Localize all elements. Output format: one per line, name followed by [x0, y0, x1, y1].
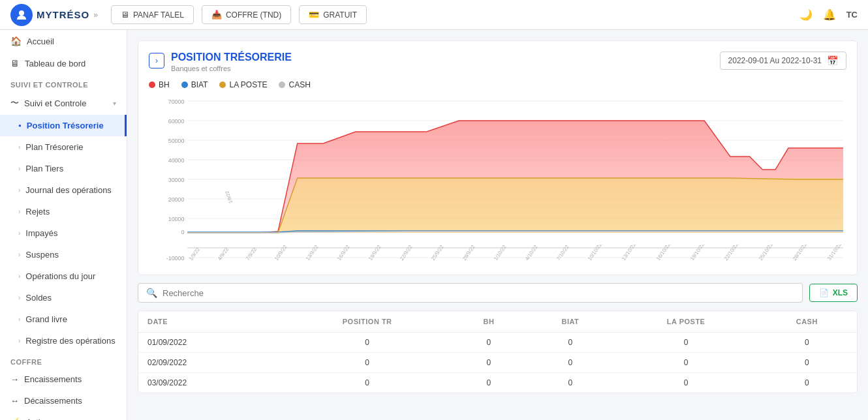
cell-date: 03/09/2022 — [138, 373, 283, 393]
cell-bh: 0 — [452, 353, 525, 373]
x-axis-label: 10/9/22 — [273, 245, 288, 262]
cell-biat: 0 — [525, 333, 615, 353]
cell-date: 02/09/2022 — [138, 353, 283, 373]
home-icon: 🏠 — [10, 36, 22, 46]
xls-button[interactable]: 📄 XLS — [809, 284, 858, 302]
tab-gratuit[interactable]: 💳 GRATUIT — [299, 5, 367, 24]
search-box: 🔍 — [138, 283, 803, 303]
x-axis-label: 22/9/22 — [399, 245, 414, 262]
table-row: 02/09/2022 0 0 0 0 0 — [138, 353, 857, 373]
sidebar-item-plan-tresorerie[interactable]: › Plan Trésorerie — [0, 136, 127, 158]
position-subtitle: Banques et coffres — [171, 65, 713, 72]
sidebar-item-plan-tiers[interactable]: › Plan Tiers — [0, 158, 127, 179]
legend-bh: BH — [149, 80, 170, 89]
user-avatar[interactable]: TC — [846, 10, 858, 20]
chevron-down-icon: ▾ — [113, 100, 116, 107]
sidebar-item-position-tresorerie[interactable]: ● Position Trésorerie — [0, 115, 127, 136]
x-axis-label: 16/10/22 — [655, 245, 672, 262]
sidebar-label-plan-tiers: Plan Tiers — [25, 164, 63, 173]
dot-icon: ● — [18, 123, 22, 128]
arrow-right-icon10: › — [18, 337, 20, 344]
x-axis-label: 25/9/22 — [430, 245, 445, 262]
sidebar-item-suivi-controle[interactable]: 〜 Suivi et Controle ▾ — [0, 91, 127, 115]
cell-cash: 0 — [757, 333, 857, 353]
sidebar-item-actions[interactable]: ⚡ Actions › — [0, 412, 127, 420]
arrow-right-icon: › — [18, 143, 20, 151]
legend-laposte-label: LA POSTE — [229, 80, 267, 89]
x-axis-label: 7/9/22 — [245, 247, 258, 262]
sidebar-item-soldes[interactable]: › Soldes — [0, 287, 127, 308]
dashboard-icon: 🖥 — [10, 58, 20, 68]
bell-icon[interactable]: 🔔 — [823, 8, 836, 21]
card-icon: 💳 — [309, 10, 319, 20]
sidebar-item-registre[interactable]: › Registre des opérations — [0, 330, 127, 352]
legend-laposte: LA POSTE — [219, 80, 267, 89]
arrow-right-icon7: › — [18, 273, 20, 280]
x-axis-label: 13/10/22 — [621, 245, 637, 262]
search-input[interactable] — [163, 288, 794, 298]
expand-button[interactable]: › — [149, 53, 164, 68]
legend-bh-label: BH — [159, 80, 170, 89]
sidebar-item-decaissements[interactable]: ↔ Décaissements — [0, 390, 127, 412]
svg-text:70000: 70000 — [168, 98, 185, 105]
cell-bh: 0 — [452, 373, 525, 393]
cash-dot — [279, 82, 285, 88]
data-table: DATE POSITION TR BH BIAT LA POSTE CASH 0… — [138, 310, 858, 393]
sidebar-label-soldes: Soldes — [25, 293, 52, 303]
cell-date: 01/09/2022 — [138, 333, 283, 353]
section-suivi: SUIVI ET CONTROLE — [0, 74, 127, 91]
section-coffre: COFFRE — [0, 352, 127, 368]
legend-biat-label: BIAT — [191, 80, 208, 89]
sidebar-item-suspens[interactable]: › Suspens — [0, 244, 127, 265]
sidebar-label-decaissements: Décaissements — [24, 396, 82, 406]
sidebar-label-encaissements: Encaissements — [24, 374, 82, 384]
svg-text:10000: 10000 — [168, 216, 185, 222]
sidebar-item-journal[interactable]: › Journal des opérations — [0, 179, 127, 201]
legend-biat: BIAT — [181, 80, 208, 89]
sidebar-item-operations-jour[interactable]: › Opérations du jour — [0, 265, 127, 287]
legend-cash: CASH — [279, 80, 310, 89]
sidebar-item-rejets[interactable]: › Rejets — [0, 201, 127, 222]
svg-text:30000: 30000 — [168, 177, 185, 183]
table-row: 01/09/2022 0 0 0 0 0 — [138, 333, 857, 353]
table-row: 03/09/2022 0 0 0 0 0 — [138, 373, 857, 393]
svg-text:20000: 20000 — [168, 196, 185, 203]
x-axis-label: 16/9/22 — [336, 245, 351, 262]
x-axis-label: 10/10/22 — [587, 245, 603, 262]
file-icon: 📄 — [819, 288, 829, 297]
laposte-dot — [219, 82, 226, 88]
sidebar-label-suivi: Suivi et Controle — [24, 98, 86, 108]
x-axis-label: 1/9/22 — [188, 247, 201, 262]
x-axis-label: 28/10/22 — [792, 245, 808, 262]
sidebar-item-accueil[interactable]: 🏠 Accueil — [0, 30, 127, 52]
bh-dot — [149, 82, 155, 88]
logo-arrows: » — [93, 10, 98, 20]
sidebar-label-position: Position Trésorerie — [27, 121, 104, 130]
legend-cash-label: CASH — [288, 80, 310, 89]
sidebar-label-ops-jour: Opérations du jour — [25, 271, 95, 281]
sidebar-item-tableau[interactable]: 🖥 Tableau de bord — [0, 52, 127, 74]
chart-container: 70000 60000 50000 40000 30000 20000 1000… — [149, 95, 846, 264]
sidebar-item-impayes[interactable]: › Impayés — [0, 222, 127, 244]
main-content: › POSITION TRÉSORERIE Banques et coffres… — [127, 30, 868, 420]
arrow-right-icon8: › — [18, 294, 20, 301]
cell-pos: 0 — [283, 353, 452, 373]
cell-biat: 0 — [525, 373, 615, 393]
x-axis-label: 28/9/22 — [461, 245, 476, 262]
arrow-right-icon4: › — [18, 208, 20, 215]
logo-text: MYTRÉSO — [37, 9, 89, 20]
col-date: DATE — [138, 311, 283, 333]
arrow-right-icon2: › — [18, 165, 20, 172]
sidebar-item-encaissements[interactable]: → Encaissements — [0, 368, 127, 390]
position-header: › POSITION TRÉSORERIE Banques et coffres… — [149, 52, 846, 72]
x-axis-label: 4/10/22 — [524, 245, 539, 262]
sidebar-item-grand-livre[interactable]: › Grand livre — [0, 308, 127, 330]
sidebar-label-journal: Journal des opérations — [25, 185, 112, 195]
col-cash: CASH — [757, 311, 857, 333]
tab-coffre[interactable]: 📥 COFFRE (TND) — [202, 5, 291, 24]
date-range-picker[interactable]: 2022-09-01 Au 2022-10-31 📅 — [720, 52, 846, 70]
chart-svg: 70000 60000 50000 40000 30000 20000 1000… — [149, 95, 846, 264]
tab-panaf[interactable]: 🖥 PANAF TALEL — [111, 5, 194, 24]
dark-mode-icon[interactable]: 🌙 — [799, 8, 813, 21]
x-axis-label: 31/10/22 — [826, 245, 843, 262]
